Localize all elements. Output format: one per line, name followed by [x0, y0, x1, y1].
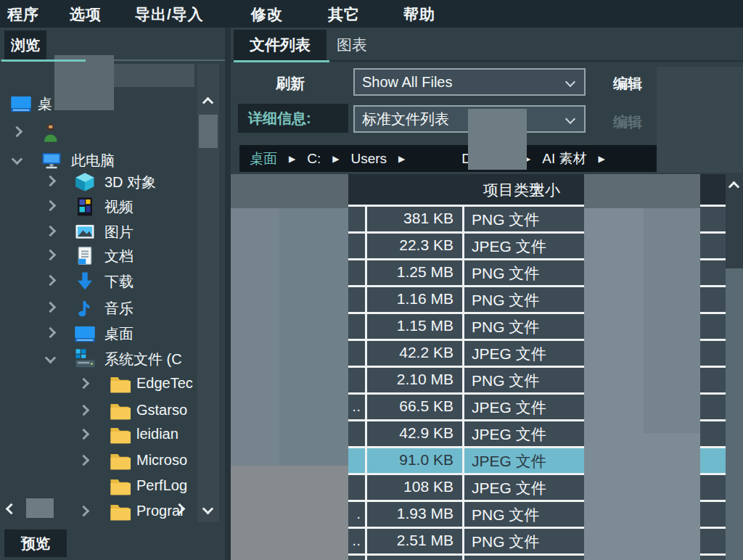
tree-item-this-pc[interactable]: 此电脑 [0, 148, 197, 173]
cell-size: 2.10 MB [365, 371, 462, 388]
scroll-up-icon[interactable] [202, 97, 214, 109]
cell-size: 1.15 MB [365, 317, 462, 334]
tree-item-folder-gstarso[interactable]: Gstarso [0, 399, 197, 424]
breadcrumb-item-3[interactable]: Users [350, 151, 387, 167]
chevron-right-icon[interactable] [12, 126, 23, 138]
column-header-type[interactable]: 项目类型 [472, 180, 544, 200]
chevron-right-icon[interactable] [45, 275, 57, 287]
column-separator [462, 553, 464, 560]
cell-size: 108 KB [365, 478, 462, 495]
chevron-right-icon[interactable] [45, 250, 57, 261]
app-window: 程序选项导出/导入修改其它帮助 浏览 桌此电脑3D 对象视频图片文档下载音乐桌面… [0, 0, 743, 560]
privacy-blur-username [54, 55, 114, 110]
tab-preview[interactable]: 预览 [4, 530, 67, 557]
chevron-right-icon[interactable] [45, 302, 57, 313]
tree-item-label: 下载 [104, 272, 134, 292]
scroll-down-icon[interactable] [202, 503, 214, 515]
edit-button[interactable]: 编辑 [613, 74, 642, 94]
tree-item-desktop[interactable]: 桌面 [0, 321, 197, 346]
cell-size: 66.5 KB [365, 398, 462, 415]
chevron-down-icon[interactable] [12, 154, 23, 165]
tree-item-user-folder[interactable] [0, 120, 197, 145]
tree-item-folder-perflog[interactable]: PerfLog [0, 474, 197, 499]
cell-type: PNG 文件 [462, 317, 584, 337]
tree-item-folder-edgetec[interactable]: EdgeTec [0, 372, 197, 397]
cell-size: 1.93 MB [365, 505, 462, 522]
breadcrumb-item-5[interactable]: AI 素材 [542, 149, 586, 168]
tree-item-folder-leidian[interactable]: leidian [0, 423, 197, 448]
chevron-down-icon [565, 77, 575, 87]
menu-item-1[interactable]: 程序 [7, 4, 39, 25]
documents-icon [74, 245, 96, 267]
desktop-icon [74, 323, 96, 345]
tree-scrollbar-thumb[interactable] [199, 115, 218, 148]
privacy-blur-tree-row [114, 64, 194, 87]
tree-item-label: 3D 对象 [104, 173, 156, 192]
scroll-left-icon[interactable] [6, 503, 17, 515]
tree-item-folder-microso[interactable]: Microso [0, 449, 197, 474]
tree-vertical-scrollbar[interactable] [197, 64, 219, 522]
breadcrumb-item-1[interactable]: 桌面 [250, 149, 277, 168]
menu-bar: 程序选项导出/导入修改其它帮助 [0, 0, 743, 28]
tab-browse[interactable]: 浏览 [4, 30, 46, 59]
chevron-right-icon[interactable] [78, 429, 90, 440]
cell-size: 1.25 MB [365, 263, 462, 281]
tree-item-label: 桌 [38, 94, 52, 114]
tree-item-label: 系统文件 (C [104, 350, 182, 369]
menu-item-4[interactable]: 修改 [251, 4, 283, 25]
breadcrumb-item-2[interactable]: C: [307, 151, 321, 167]
tree-item-documents[interactable]: 文档 [0, 244, 197, 268]
cell-type: PNG 文件 [462, 290, 584, 310]
cell-type: JPEG 文件 [462, 451, 584, 472]
tree-item-music[interactable]: 音乐 [0, 296, 197, 321]
tree-item-label: leidian [136, 426, 178, 442]
cell-type: PNG 文件 [462, 532, 584, 552]
cell-type: JPEG 文件 [462, 478, 584, 498]
chevron-right-icon[interactable] [45, 226, 57, 237]
tab-chart[interactable]: 图表 [337, 35, 367, 55]
downloads-icon [74, 271, 96, 292]
cell-type: PNG 文件 [462, 505, 584, 525]
panel-divider[interactable] [225, 28, 231, 560]
privacy-blur-name-column [231, 174, 348, 560]
tree-item-pictures[interactable]: 图片 [0, 220, 197, 244]
chevron-right-icon[interactable] [45, 176, 57, 187]
menu-item-3[interactable]: 导出/导入 [135, 4, 204, 25]
filter-dropdown[interactable]: Show All Files [353, 68, 586, 96]
chevron-right-icon[interactable] [78, 455, 90, 466]
folder-icon [109, 476, 131, 498]
videos-icon [74, 196, 96, 218]
tab-file-list[interactable]: 文件列表 [234, 30, 327, 60]
detail-view-dropdown-value: 标准文件列表 [362, 110, 449, 129]
tree-item-label: Microso [136, 452, 187, 469]
tree-item-3d-objects[interactable]: 3D 对象 [0, 170, 197, 194]
tree-item-label: 此电脑 [71, 151, 115, 170]
breadcrumb-arrow-icon: ▶ [289, 154, 295, 164]
cell-type: JPEG 文件 [462, 344, 584, 364]
chevron-right-icon[interactable] [45, 327, 57, 339]
tree-item-system-drive-c[interactable]: 系统文件 (C [0, 347, 197, 371]
music-icon [74, 297, 96, 319]
edit-button-disabled: 编辑 [613, 112, 642, 132]
tree-item-videos[interactable]: 视频 [0, 194, 197, 219]
chevron-right-icon[interactable] [78, 378, 90, 390]
tree-horizontal-scrollbar[interactable] [0, 498, 197, 519]
cell-size: 22.3 KB [365, 236, 462, 254]
chevron-down-icon[interactable] [45, 353, 57, 364]
tree-item-downloads[interactable]: 下载 [0, 269, 197, 294]
tree-hscrollbar-thumb[interactable] [26, 498, 54, 518]
computer-icon [41, 149, 62, 171]
chevron-right-icon[interactable] [45, 200, 57, 212]
folder-tree: 桌此电脑3D 对象视频图片文档下载音乐桌面系统文件 (CEdgeTecGstar… [0, 62, 197, 527]
cell-size: 381 KB [365, 210, 462, 227]
menu-item-5[interactable]: 其它 [328, 4, 360, 25]
menu-item-2[interactable]: 选项 [70, 4, 102, 25]
refresh-button[interactable]: 刷新 [276, 74, 305, 94]
menu-item-6[interactable]: 帮助 [403, 4, 435, 25]
tree-item-label: 音乐 [104, 299, 134, 318]
chevron-right-icon[interactable] [78, 405, 90, 416]
table-vertical-scrollbar[interactable] [726, 174, 743, 560]
cell-size: 2.51 MB [365, 532, 462, 549]
scroll-right-icon[interactable] [174, 503, 186, 515]
tree-item-label: 桌面 [104, 324, 134, 344]
